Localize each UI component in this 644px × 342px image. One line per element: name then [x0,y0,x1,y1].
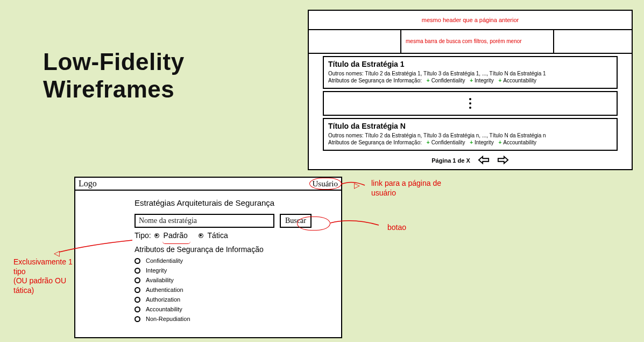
search-input-placeholder: Nome da estratégia [139,217,197,225]
strategy-n-title: Título da Estratégia N [328,121,612,131]
pager-next-icon[interactable] [497,155,509,166]
results-filter-cell-right [554,30,632,53]
search-input[interactable]: Nome da estratégia [135,214,274,228]
type-label: Tipo: [135,231,151,240]
search-button[interactable]: Buscar [280,214,312,228]
plus-icon: + [498,139,501,145]
list-item: Integrity [135,266,325,275]
slide-title-line2: Wireframes [43,76,174,102]
strategy-1-other-names: Outros nomes: Título 2 da Estratégia 1, … [328,70,612,78]
checkbox-icon[interactable] [135,316,140,322]
results-filter-cell-left [309,30,401,53]
plus-icon: + [427,139,430,145]
checkbox-icon[interactable] [135,287,140,293]
search-wireframe: Logo Usuário Estratégias Arquiteturais d… [74,177,342,338]
ellipsis-box [323,91,618,116]
checkbox-icon[interactable] [135,297,140,303]
radio-tatica[interactable] [199,233,203,238]
pager-text: Página 1 de X [431,157,470,164]
search-button-label: Buscar [285,217,306,225]
attributes-list: Confidentiality Integrity Availability A… [135,256,325,324]
plus-icon: + [498,78,501,83]
type-row: Tipo: Padrão Tática [135,231,325,240]
logo[interactable]: Logo [79,179,97,189]
checkbox-icon[interactable] [135,277,140,283]
type-option-padrao: Padrão [164,231,188,240]
strategy-card-1[interactable]: Título da Estratégia 1 Outros nomes: Tít… [323,56,618,89]
arrow-icon: ◁ [54,249,60,257]
list-item: Availability [135,275,325,285]
results-filter-note: mesma barra de busca com filtros, porém … [401,30,554,53]
type-option-tatica: Tática [208,231,228,240]
list-item: Accountability [135,304,325,314]
radio-padrao[interactable] [154,233,159,238]
list-item: Authentication [135,285,325,295]
strategy-n-other-names: Outros nomes: Título 2 da Estratégia n, … [328,132,612,139]
page-title: Estratégias Arquiteturais de Segurança [135,198,325,207]
list-item: Non-Repudiation [135,314,325,324]
results-pager: Página 1 de X [309,153,632,169]
results-header-note: mesmo header que a página anterior [309,11,632,30]
user-link[interactable]: Usuário [313,179,338,189]
strategy-1-title: Título da Estratégia 1 [328,59,612,69]
slide-title: Low-Fidelity Wireframes [43,48,185,103]
results-wireframe: mesmo header que a página anterior mesma… [308,10,633,170]
annotation-button: botao [387,223,406,233]
arrow-icon: ▷ [354,181,360,190]
checkbox-icon[interactable] [135,258,140,264]
annotation-curve-user [341,181,368,190]
annotation-user-link: link para a página de usuário [371,179,447,198]
list-item: Authorization [135,295,325,304]
plus-icon: + [427,78,430,83]
strategy-card-n[interactable]: Título da Estratégia N Outros nomes: Tít… [323,118,618,151]
list-item: Confidentiality [135,256,325,266]
plus-icon: + [470,78,473,83]
pager-prev-icon[interactable] [478,155,490,166]
checkbox-icon[interactable] [135,306,140,312]
strategy-1-attrs: Atributos de Segurança de Informação: +C… [328,77,612,85]
search-header: Logo Usuário [75,178,341,191]
annotation-type-exclusive: Exclusivamente 1 tipo (OU padrão OU táti… [13,257,78,295]
plus-icon: + [470,139,473,145]
results-filter-row: mesma barra de busca com filtros, porém … [309,30,632,54]
checkbox-icon[interactable] [135,268,140,274]
slide-title-line1: Low-Fidelity [43,48,185,75]
attributes-title: Atributos de Segurança de Informação [135,245,325,254]
strategy-n-attrs: Atributos de Segurança de Informação: +C… [328,139,612,146]
